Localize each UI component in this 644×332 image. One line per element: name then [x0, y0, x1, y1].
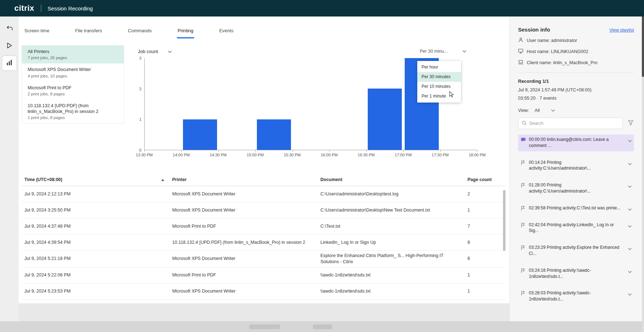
- x-tick-label: 16:30 PM: [358, 153, 375, 157]
- print-activity-chart: Job count Per 30 minu... 0123 13:30 PM14…: [137, 45, 492, 163]
- x-tick-label: 15:00 PM: [247, 153, 264, 157]
- search-input[interactable]: [529, 121, 619, 126]
- menu-item-per-10-minutes[interactable]: Per 10 minutes: [417, 82, 461, 91]
- table-row[interactable]: Jul 9, 2024 5:22:06 PM Microsoft Print t…: [22, 267, 505, 284]
- chevron-down-icon: [168, 49, 172, 54]
- recording-title: Recording 1/1: [518, 79, 634, 84]
- view-playlist-link[interactable]: View playlist: [609, 28, 634, 33]
- cell-time: Jul 9, 2024 5:21:18 PM: [22, 253, 169, 264]
- cell-printer: Microsoft XPS Document Writer: [169, 205, 318, 215]
- cell-time: Jul 9, 2024 3:25:50 PM: [22, 205, 169, 215]
- flag-icon: [521, 291, 525, 298]
- tab-commands[interactable]: Commands: [127, 25, 152, 38]
- column-header-printer[interactable]: Printer: [169, 177, 318, 182]
- back-button[interactable]: [4, 23, 15, 34]
- host-icon: [518, 48, 523, 55]
- menu-item-per-1-minute[interactable]: Per 1 minute: [417, 91, 461, 101]
- cell-printer: Microsoft Print to PDF: [169, 270, 318, 280]
- chevron-down-icon[interactable]: [628, 207, 632, 213]
- printer-summary: 4 print jobs, 10 pages: [28, 74, 118, 78]
- cell-printer: Microsoft XPS Document Writer: [169, 189, 318, 199]
- menu-item-per-30-minutes[interactable]: Per 30 minutes: [417, 72, 461, 82]
- menu-item-per-hour[interactable]: Per hour: [417, 62, 461, 72]
- y-axis: 0123: [137, 58, 142, 150]
- session-info-title: Session info: [518, 27, 550, 33]
- comment-icon: [521, 137, 526, 144]
- client-name-row: Client name: linlin_s_MacBook_Pro: [518, 60, 634, 66]
- panel-divider: [518, 72, 634, 73]
- x-tick-label: 16:00 PM: [321, 153, 338, 157]
- view-filter-dropdown[interactable]: All: [535, 108, 555, 113]
- chevron-down-icon[interactable]: [628, 161, 632, 167]
- cell-time: Jul 9, 2024 4:39:54 PM: [22, 237, 169, 248]
- left-sidebar: [0, 16, 19, 332]
- printer-item-xps[interactable]: Microsoft XPS Document Writer 4 print jo…: [22, 63, 124, 81]
- user-name-text: User name: administrator: [527, 38, 577, 43]
- x-tick-label: 15:30 PM: [284, 153, 301, 157]
- chevron-down-icon[interactable]: [628, 291, 632, 298]
- printer-item-all[interactable]: All Printers 7 print jobs, 26 pages: [22, 46, 124, 63]
- tab-screen-time[interactable]: Screen time: [24, 25, 50, 38]
- event-time: 00:00:00: [529, 137, 546, 142]
- chevron-down-icon[interactable]: [628, 184, 632, 190]
- chevron-down-icon[interactable]: [628, 138, 632, 144]
- cell-document: \\awdc-1n8zw\test\sds.txt: [318, 270, 465, 280]
- tab-file-transfers[interactable]: File transfers: [74, 25, 103, 38]
- cell-page-count: 2: [465, 189, 505, 199]
- event-item-printing[interactable]: 03:23:29 Printing activity:Explore the E…: [518, 242, 634, 259]
- filter-icon[interactable]: [628, 120, 634, 127]
- session-data-view-button[interactable]: [2, 56, 17, 70]
- sort-ascending-icon: [161, 177, 164, 182]
- event-item-printing[interactable]: 02:39:58 Printing activity:C:\Test.txt w…: [518, 203, 634, 214]
- page-scrollbar: [642, 16, 644, 332]
- x-axis: 13:30 PM14:00 PM14:30 PM15:00 PM15:30 PM…: [144, 153, 477, 158]
- bottom-bar-segment: [313, 324, 332, 329]
- host-name-row: Host name: LINLINKUANG002: [518, 48, 634, 55]
- event-item-comment[interactable]: 00:00:00 linlin.kuang@citrix.com: Leave …: [518, 134, 634, 151]
- flag-icon: [521, 245, 525, 252]
- tab-events[interactable]: Events: [218, 25, 234, 38]
- chevron-down-icon: [551, 108, 555, 113]
- column-header-time[interactable]: Time (UTC+08:00): [22, 177, 169, 182]
- table-row[interactable]: Jul 9, 2024 3:25:50 PM Microsoft XPS Doc…: [22, 202, 505, 218]
- user-icon: [518, 37, 523, 44]
- tab-printing[interactable]: Printing: [177, 25, 194, 38]
- event-time: 02:42:04: [529, 222, 546, 227]
- client-icon: [518, 60, 523, 66]
- cell-document: LinkedIn_ Log In or Sign Up: [318, 237, 465, 248]
- page-scrollbar-thumb[interactable]: [642, 16, 644, 77]
- metric-dropdown[interactable]: Job count: [138, 49, 172, 54]
- column-header-page-count[interactable]: Page count: [465, 177, 505, 182]
- table-row[interactable]: Jul 9, 2024 4:37:48 PM Microsoft Print t…: [22, 218, 505, 234]
- event-item-printing[interactable]: 03:26:03 Printing activity:\\awdc-1n8zw\…: [518, 288, 634, 305]
- cell-document: C:\Test.txt: [318, 221, 465, 232]
- event-item-printing[interactable]: 03:24:16 Printing activity:\\awdc-1n8zw\…: [518, 265, 634, 282]
- table-row[interactable]: Jul 9, 2024 2:12:13 PM Microsoft XPS Doc…: [22, 186, 505, 202]
- play-button[interactable]: [4, 40, 15, 52]
- table-row[interactable]: Jul 9, 2024 5:21:18 PM Microsoft XPS Doc…: [22, 251, 505, 267]
- printer-item-upd[interactable]: 10.118.132.4 [UPD:PDF] (from linlin_s_Ma…: [22, 100, 124, 124]
- event-item-printing[interactable]: 00:14:24 Printing activity:C:\Users\admi…: [518, 157, 634, 174]
- event-search-box[interactable]: [518, 118, 623, 129]
- event-item-printing[interactable]: 02:42:04 Printing activity:LinkedIn_ Log…: [518, 220, 634, 237]
- chevron-down-icon[interactable]: [628, 269, 632, 275]
- bar-chart-icon: [6, 60, 13, 67]
- top-bar: citrix Session Recording: [0, 0, 644, 16]
- bottom-bar: [0, 321, 644, 332]
- host-name-text: Host name: LINLINKUANG002: [527, 49, 588, 54]
- interval-dropdown[interactable]: Per 30 minu...: [420, 49, 466, 54]
- table-scrollbar-thumb[interactable]: [503, 190, 506, 251]
- printer-item-pdf[interactable]: Microsoft Print to PDF 2 print jobs, 8 p…: [22, 82, 124, 100]
- printer-list: All Printers 7 print jobs, 26 pages Micr…: [22, 45, 124, 124]
- chart-bar: [183, 119, 217, 150]
- table-row[interactable]: Jul 9, 2024 5:23:53 PM Microsoft XPS Doc…: [22, 284, 505, 300]
- chevron-down-icon[interactable]: [628, 246, 632, 252]
- column-header-document[interactable]: Document: [318, 177, 465, 182]
- app-title: Session Recording: [48, 5, 93, 11]
- table-row[interactable]: Jul 9, 2024 4:39:54 PM 10.118.132.4 [UPD…: [22, 234, 505, 251]
- event-item-printing[interactable]: 01:28:00 Printing activity:C:\Users\admi…: [518, 180, 634, 197]
- printer-name: Microsoft Print to PDF: [28, 85, 118, 91]
- printer-summary: 1 print jobs, 8 pages: [28, 115, 118, 120]
- chevron-down-icon[interactable]: [628, 223, 632, 229]
- view-filter-label: View:: [518, 108, 529, 113]
